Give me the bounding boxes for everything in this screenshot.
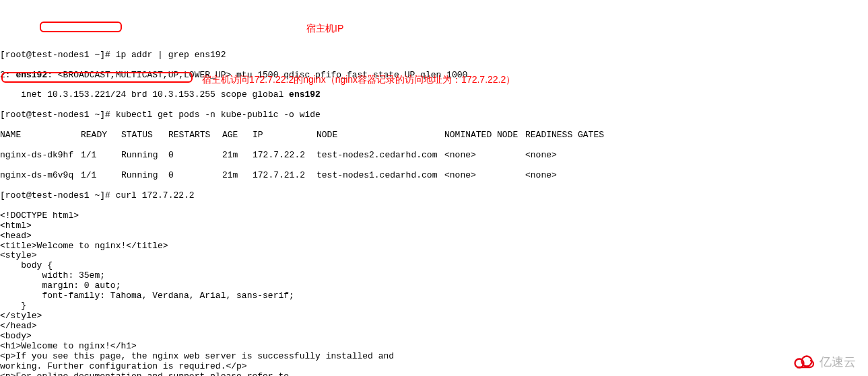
annotation-curl: 宿主机访问172.7.22.2的nginx（nginx容器记录的访问地址为：17… bbox=[202, 74, 515, 85]
prompt: [root@test-nodes1 ~]# bbox=[0, 190, 116, 200]
output-line: <style> bbox=[0, 251, 868, 261]
command: kubectl get pods -n kube-public -o wide bbox=[116, 110, 321, 120]
output-line: } bbox=[0, 301, 868, 311]
iface-name: ens192 bbox=[15, 70, 47, 80]
command: curl 172.7.22.2 bbox=[116, 190, 195, 200]
output-line: <!DOCTYPE html> bbox=[0, 211, 868, 221]
terminal-output: [root@test-nodes1 ~]# ip addr | grep ens… bbox=[0, 40, 868, 376]
highlight-box-ip bbox=[40, 22, 122, 32]
prompt-line-3: [root@test-nodes1 ~]# curl 172.7.22.2 bbox=[0, 191, 868, 201]
table-row: nginx-ds-dk9hf1/1Running021m172.7.22.2te… bbox=[0, 151, 868, 161]
output-line: <title>Welcome to nginx!</title> bbox=[0, 241, 868, 252]
prompt-line-2: [root@test-nodes1 ~]# kubectl get pods -… bbox=[0, 110, 868, 120]
command: ip addr | grep ens192 bbox=[116, 50, 226, 60]
prompt-line-1: [root@test-nodes1 ~]# ip addr | grep ens… bbox=[0, 50, 868, 61]
table-header: NAMEREADYSTATUSRESTARTSAGEIPNODENOMINATE… bbox=[0, 130, 868, 141]
output-line: </head> bbox=[0, 322, 868, 332]
annotation-host-ip: 宿主机IP bbox=[306, 23, 343, 34]
watermark-text: 亿速云 bbox=[820, 355, 856, 369]
output-line: <p>If you see this page, the nginx web s… bbox=[0, 352, 868, 362]
prompt: [root@test-nodes1 ~]# bbox=[0, 110, 116, 120]
output-line: <html> bbox=[0, 221, 868, 231]
cloud-icon bbox=[793, 354, 815, 369]
output-line: <h1>Welcome to nginx!</h1> bbox=[0, 342, 868, 352]
inet-line: inet 10.3.153.221/24 brd 10.3.153.255 sc… bbox=[0, 90, 868, 100]
host-ip: 10.3.153.221/24 bbox=[47, 89, 126, 100]
table-row: nginx-ds-m6v9q1/1Running021m172.7.21.2te… bbox=[0, 171, 868, 181]
output-line: working. Further configuration is requir… bbox=[0, 362, 868, 372]
curl-output: <!DOCTYPE html><html><head><title>Welcom… bbox=[0, 211, 868, 376]
output-line: </style> bbox=[0, 311, 868, 322]
prompt: [root@test-nodes1 ~]# bbox=[0, 50, 116, 60]
output-line: body { bbox=[0, 261, 868, 271]
output-line: <head> bbox=[0, 231, 868, 241]
output-line: margin: 0 auto; bbox=[0, 281, 868, 291]
output-line: width: 35em; bbox=[0, 271, 868, 281]
output-line: <body> bbox=[0, 332, 868, 342]
output-line: <p>For online documentation and support … bbox=[0, 372, 868, 376]
watermark: 亿速云 bbox=[793, 354, 856, 369]
output-line: font-family: Tahoma, Verdana, Arial, san… bbox=[0, 291, 868, 301]
